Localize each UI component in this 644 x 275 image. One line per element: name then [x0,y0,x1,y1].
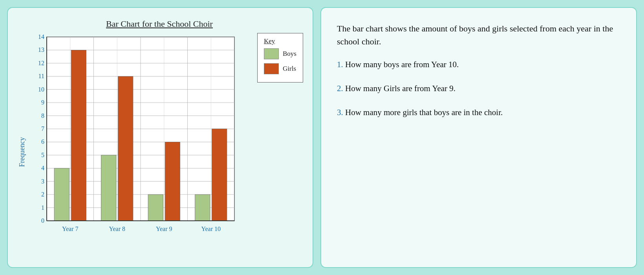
svg-text:11: 11 [38,73,44,79]
svg-text:1: 1 [41,204,44,211]
svg-text:3: 3 [41,178,44,185]
svg-rect-44 [118,76,133,221]
svg-text:4: 4 [41,165,44,171]
svg-text:9: 9 [41,99,44,106]
key-title: Key [264,37,296,45]
q1-text: How many boys are from Year 10. [345,60,459,69]
q3-number: 3. [337,108,343,117]
svg-text:Year 7: Year 7 [62,226,78,232]
right-panel: The bar chart shows the amount of boys a… [320,7,637,268]
svg-rect-40 [54,168,69,221]
svg-text:Year 10: Year 10 [201,226,221,232]
description: The bar chart shows the amount of boys a… [337,22,620,48]
chart-area: Frequency 01234567891011121314Year 7Year… [16,33,303,259]
q3-text: How many more girls that boys are in the… [345,108,503,117]
girls-swatch [264,63,279,74]
bar-chart-svg: 01234567891011121314Year 7Year 8Year 9Ye… [26,33,246,237]
svg-text:7: 7 [41,125,44,132]
girls-label: Girls [283,65,296,73]
svg-text:5: 5 [41,152,44,158]
question-1: 1. How many boys are from Year 10. [337,60,620,70]
svg-text:8: 8 [41,112,44,119]
svg-text:14: 14 [38,33,44,40]
chart-with-key: 01234567891011121314Year 7Year 8Year 9Ye… [26,33,303,259]
key-item-boys: Boys [264,48,296,59]
svg-text:10: 10 [38,86,44,93]
svg-rect-49 [195,194,210,221]
svg-text:Year 9: Year 9 [156,226,172,232]
left-panel: Bar Chart for the School Choir Frequency… [7,7,313,268]
svg-text:13: 13 [38,46,44,53]
key-item-girls: Girls [264,63,296,74]
chart-title: Bar Chart for the School Choir [106,19,213,29]
key-box: Key Boys Girls [257,33,303,82]
y-axis-label: Frequency [16,33,26,259]
questions: 1. How many boys are from Year 10. 2. Ho… [337,60,620,117]
boys-label: Boys [283,50,296,58]
svg-rect-43 [101,155,116,221]
svg-rect-41 [71,50,86,221]
chart-main: 01234567891011121314Year 7Year 8Year 9Ye… [26,33,303,259]
question-3: 3. How many more girls that boys are in … [337,108,620,117]
svg-text:6: 6 [41,138,44,145]
svg-text:Year 8: Year 8 [109,226,125,232]
q2-number: 2. [337,84,343,93]
boys-swatch [264,48,279,59]
q1-number: 1. [337,60,343,69]
grid-and-bars: 01234567891011121314Year 7Year 8Year 9Ye… [26,33,249,239]
svg-text:12: 12 [38,60,44,66]
svg-rect-46 [148,194,163,221]
svg-rect-47 [165,142,180,221]
q2-text: How many Girls are from Year 9. [345,84,456,93]
svg-text:2: 2 [41,191,44,198]
question-2: 2. How many Girls are from Year 9. [337,84,620,94]
svg-rect-50 [212,129,227,221]
svg-text:0: 0 [41,217,44,224]
